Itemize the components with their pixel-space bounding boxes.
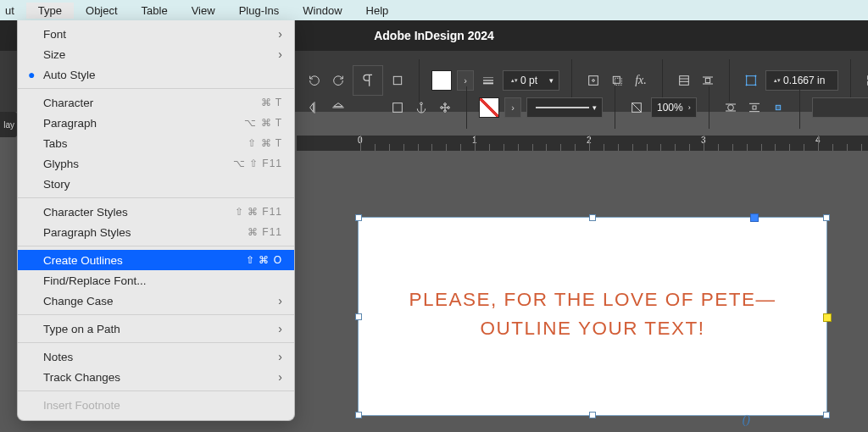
menu-item-label: Font (43, 28, 66, 41)
svg-point-17 (746, 85, 747, 86)
stroke-dropdown[interactable]: › (504, 97, 521, 118)
doc-tab-fragment[interactable]: lay (0, 112, 17, 137)
menu-item-paragraph-styles[interactable]: Paragraph Styles⌘ F11 (18, 222, 294, 242)
menu-shortcut: ⌥ ⇧ F11 (233, 158, 282, 169)
svg-point-16 (755, 75, 756, 76)
opacity-field[interactable]: 100%› (651, 97, 697, 118)
stroke-style-field[interactable]: ▾ (526, 97, 603, 118)
menubar-item-view[interactable]: View (180, 3, 227, 19)
distribute-icon[interactable] (436, 98, 454, 117)
menu-item-label: Find/Replace Font... (43, 274, 147, 287)
menu-item-label: Size (43, 48, 65, 61)
chevron-right-icon: › (278, 47, 282, 61)
thread-indicator-icon: () (743, 413, 750, 427)
menu-item-notes[interactable]: Notes› (18, 346, 294, 367)
menubar-item-object[interactable]: Object (74, 3, 130, 19)
text-wrap-jump-icon[interactable] (745, 98, 764, 117)
chevron-right-icon: › (278, 294, 282, 307)
svg-rect-8 (680, 76, 689, 86)
ruler-tick (589, 136, 590, 151)
menu-item-label: Create Outlines (43, 254, 123, 267)
svg-rect-25 (393, 103, 403, 113)
ruler-tick (704, 136, 704, 151)
chevron-right-icon: › (278, 322, 282, 335)
menu-item-label: Character (43, 97, 93, 109)
menu-item-character[interactable]: Character⌘ T (18, 92, 294, 113)
menu-shortcut: ⇧ ⌘ O (246, 254, 282, 266)
menu-item-insert-footnote: Insert Footnote (18, 395, 294, 415)
menu-item-change-case[interactable]: Change Case› (18, 291, 294, 311)
menu-item-size[interactable]: Size› (18, 44, 294, 64)
ruler-tick (818, 136, 819, 151)
svg-rect-7 (615, 78, 621, 85)
menu-item-label: Paragraph (43, 117, 97, 130)
menu-item-label: Glyphs (43, 158, 79, 170)
menu-item-glyphs[interactable]: Glyphs⌥ ⇧ F11 (18, 153, 294, 174)
text-frame-content: PLEASE, FOR THE LOVE OF PETE— OUTLINE YO… (359, 285, 826, 343)
resize-handle[interactable] (823, 214, 830, 221)
menu-item-auto-style[interactable]: ●Auto Style (18, 64, 294, 85)
menubar-item-ut[interactable]: ut (3, 3, 26, 19)
menubar-item-plug-ins[interactable]: Plug-Ins (227, 3, 292, 19)
resize-handle[interactable] (823, 412, 830, 418)
menu-shortcut: ⇧ ⌘ F11 (235, 206, 282, 218)
columns-field[interactable]: ▾ (812, 97, 868, 118)
overset-indicator[interactable] (823, 313, 832, 322)
svg-rect-38 (753, 106, 756, 109)
system-menubar: utTypeObjectTableViewPlug-InsWindowHelp (0, 0, 868, 20)
menu-item-track-changes[interactable]: Track Changes› (18, 367, 294, 387)
text-frame[interactable]: PLEASE, FOR THE LOVE OF PETE— OUTLINE YO… (358, 217, 827, 416)
resize-handle[interactable] (589, 214, 596, 221)
chevron-right-icon: › (278, 370, 282, 384)
menu-item-create-outlines[interactable]: Create Outlines⇧ ⌘ O (18, 250, 294, 270)
menubar-item-table[interactable]: Table (130, 3, 180, 19)
menu-item-label: Story (43, 178, 70, 191)
menu-item-label: Insert Footnote (43, 399, 120, 412)
anchor-icon[interactable] (412, 98, 431, 117)
select-container-icon[interactable] (388, 98, 407, 117)
flip-horizontal-icon[interactable] (305, 98, 324, 117)
svg-rect-4 (589, 76, 598, 86)
svg-rect-41 (776, 105, 780, 109)
resize-handle[interactable] (355, 313, 362, 320)
menubar-item-window[interactable]: Window (291, 3, 353, 19)
bullet-icon: ● (28, 68, 35, 81)
separator (709, 86, 709, 129)
app-title: Adobe InDesign 2024 (374, 29, 494, 42)
flip-vertical-icon[interactable] (329, 98, 348, 117)
ruler-tick (475, 136, 476, 151)
in-port-indicator[interactable] (750, 213, 759, 222)
menu-item-label: Type on a Path (43, 323, 120, 335)
menu-item-type-on-a-path[interactable]: Type on a Path› (18, 318, 294, 339)
menu-item-label: Character Styles (43, 206, 128, 219)
stroke-swatch[interactable] (479, 97, 499, 118)
opacity-icon (627, 98, 646, 117)
separator (466, 86, 467, 129)
menu-item-font[interactable]: Font› (18, 24, 294, 44)
menu-item-character-styles[interactable]: Character Styles⇧ ⌘ F11 (18, 202, 294, 222)
svg-rect-14 (747, 76, 756, 86)
menu-item-story[interactable]: Story (18, 174, 294, 194)
resize-handle[interactable] (355, 412, 362, 418)
menu-item-tabs[interactable]: Tabs⇧ ⌘ T (18, 133, 294, 153)
text-wrap-active-icon[interactable] (769, 98, 787, 117)
menubar-item-help[interactable]: Help (354, 3, 401, 19)
menu-item-find-replace-font[interactable]: Find/Replace Font... (18, 270, 294, 291)
menu-shortcut: ⌘ F11 (248, 226, 282, 238)
horizontal-ruler: 01234 (297, 136, 868, 151)
menu-item-label: Tabs (43, 137, 68, 150)
menu-shortcut: ⇧ ⌘ T (248, 137, 282, 149)
svg-rect-6 (613, 76, 620, 83)
menubar-item-type[interactable]: Type (26, 3, 74, 19)
chevron-right-icon: › (278, 350, 282, 363)
text-wrap-shape-icon[interactable] (721, 98, 740, 117)
resize-handle[interactable] (589, 412, 596, 418)
menu-item-paragraph[interactable]: Paragraph⌥ ⌘ T (18, 113, 294, 133)
resize-handle[interactable] (355, 214, 362, 221)
type-menu: Font›Size›●Auto StyleCharacter⌘ TParagra… (17, 20, 295, 421)
menu-shortcut: ⌥ ⌘ T (244, 117, 282, 129)
document-canvas[interactable]: PLEASE, FOR THE LOVE OF PETE— OUTLINE YO… (297, 151, 868, 432)
svg-rect-11 (705, 78, 709, 82)
svg-point-18 (755, 85, 756, 86)
chevron-right-icon: › (278, 27, 282, 41)
